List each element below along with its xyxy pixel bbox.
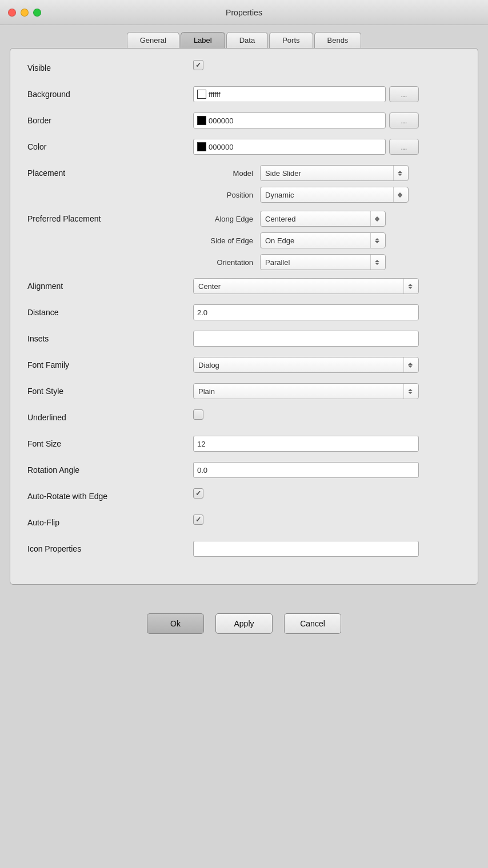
arrow-down-icon	[398, 174, 402, 176]
font-family-select[interactable]: Dialog	[193, 357, 419, 373]
font-style-control: Plain	[193, 383, 461, 399]
side-of-edge-arrows	[370, 233, 381, 248]
distance-input[interactable]	[193, 304, 419, 320]
placement-row: Placement Model Side Slider Position	[27, 165, 461, 203]
titlebar: Properties	[0, 0, 488, 25]
auto-flip-checkbox[interactable]	[193, 515, 203, 525]
arrow-down-icon	[408, 392, 413, 394]
icon-properties-input[interactable]	[193, 541, 419, 557]
spacer	[10, 585, 478, 590]
distance-label: Distance	[27, 304, 193, 317]
font-size-row: Font Size	[27, 436, 461, 454]
font-size-label: Font Size	[27, 436, 193, 448]
color-color-input[interactable]: 000000	[193, 139, 386, 155]
underlined-checkbox[interactable]	[193, 409, 203, 420]
background-ellipsis-button[interactable]: ...	[389, 86, 419, 102]
arrow-down-icon	[408, 287, 413, 289]
auto-rotate-checkbox[interactable]	[193, 488, 203, 499]
arrow-up-icon	[408, 389, 413, 391]
border-row: Border 000000 ...	[27, 112, 461, 131]
tab-ports[interactable]: Ports	[269, 32, 313, 48]
close-button[interactable]	[8, 9, 16, 17]
font-family-label: Font Family	[27, 357, 193, 369]
along-edge-arrows	[370, 211, 381, 226]
orientation-value: Parallel	[265, 258, 290, 267]
auto-flip-row: Auto-Flip	[27, 515, 461, 533]
border-label: Border	[27, 112, 193, 125]
along-edge-select[interactable]: Centered	[260, 211, 386, 227]
orientation-select[interactable]: Parallel	[260, 254, 386, 270]
rotation-angle-row: Rotation Angle	[27, 462, 461, 480]
alignment-select[interactable]: Center	[193, 278, 419, 294]
side-of-edge-select[interactable]: On Edge	[260, 232, 386, 248]
icon-properties-label: Icon Properties	[27, 541, 193, 553]
arrow-up-icon	[408, 284, 413, 286]
rotation-angle-input[interactable]	[193, 462, 419, 478]
auto-rotate-control	[193, 488, 461, 499]
insets-control	[193, 331, 461, 347]
border-color-input[interactable]: 000000	[193, 112, 386, 128]
model-label: Model	[193, 169, 253, 178]
font-size-input[interactable]	[193, 436, 419, 452]
cancel-button[interactable]: Cancel	[284, 613, 341, 634]
ok-button[interactable]: Ok	[147, 613, 204, 634]
rotation-angle-label: Rotation Angle	[27, 462, 193, 475]
visible-control	[193, 60, 461, 70]
background-color-row: ffffff ...	[193, 86, 419, 102]
border-color-row: 000000 ...	[193, 112, 419, 128]
apply-button[interactable]: Apply	[215, 613, 273, 634]
alignment-label: Alignment	[27, 278, 193, 291]
distance-row: Distance	[27, 304, 461, 323]
arrow-up-icon	[375, 238, 379, 240]
background-color-input[interactable]: ffffff	[193, 86, 386, 102]
visible-checkbox[interactable]	[193, 60, 203, 70]
distance-control	[193, 304, 461, 320]
position-label: Position	[193, 191, 253, 199]
arrow-up-icon	[398, 192, 402, 195]
placement-controls: Model Side Slider Position Dynamic	[193, 165, 461, 203]
font-style-arrows	[403, 384, 414, 399]
icon-properties-control	[193, 541, 461, 557]
background-control: ffffff ...	[193, 86, 461, 102]
font-family-row: Font Family Dialog	[27, 357, 461, 375]
background-swatch	[197, 90, 206, 99]
button-bar: Ok Apply Cancel	[10, 608, 478, 645]
font-style-select[interactable]: Plain	[193, 383, 419, 399]
font-style-value: Plain	[198, 387, 215, 396]
alignment-arrows	[403, 279, 414, 294]
arrow-down-icon	[398, 195, 402, 198]
model-select[interactable]: Side Slider	[260, 165, 409, 181]
traffic-lights	[8, 9, 41, 17]
along-edge-label: Along Edge	[193, 215, 253, 223]
insets-label: Insets	[27, 331, 193, 343]
preferred-placement-row: Preferred Placement Along Edge Centered …	[27, 211, 461, 270]
arrow-up-icon	[375, 260, 379, 262]
background-label: Background	[27, 86, 193, 99]
orientation-label: Orientation	[193, 258, 253, 267]
underlined-label: Underlined	[27, 409, 193, 422]
insets-input[interactable]	[193, 331, 419, 347]
color-row: Color 000000 ...	[27, 139, 461, 157]
border-hex: 000000	[209, 116, 233, 125]
font-style-row: Font Style Plain	[27, 383, 461, 401]
auto-flip-label: Auto-Flip	[27, 515, 193, 527]
background-hex: ffffff	[209, 90, 221, 99]
border-swatch	[197, 116, 206, 125]
tab-general[interactable]: General	[127, 32, 179, 48]
tab-label[interactable]: Label	[181, 32, 225, 48]
preferred-placement-label: Preferred Placement	[27, 211, 193, 223]
minimize-button[interactable]	[21, 9, 29, 17]
arrow-down-icon	[375, 241, 379, 243]
tab-data[interactable]: Data	[226, 32, 268, 48]
position-select[interactable]: Dynamic	[260, 187, 409, 203]
tab-bends[interactable]: Bends	[314, 32, 362, 48]
background-row: Background ffffff ...	[27, 86, 461, 105]
color-swatch	[197, 142, 206, 151]
side-of-edge-label: Side of Edge	[193, 236, 253, 245]
maximize-button[interactable]	[33, 9, 41, 17]
tab-bar: General Label Data Ports Bends	[10, 32, 478, 48]
window-title: Properties	[226, 8, 262, 17]
along-edge-row: Along Edge Centered	[193, 211, 461, 227]
border-ellipsis-button[interactable]: ...	[389, 112, 419, 128]
color-ellipsis-button[interactable]: ...	[389, 139, 419, 155]
